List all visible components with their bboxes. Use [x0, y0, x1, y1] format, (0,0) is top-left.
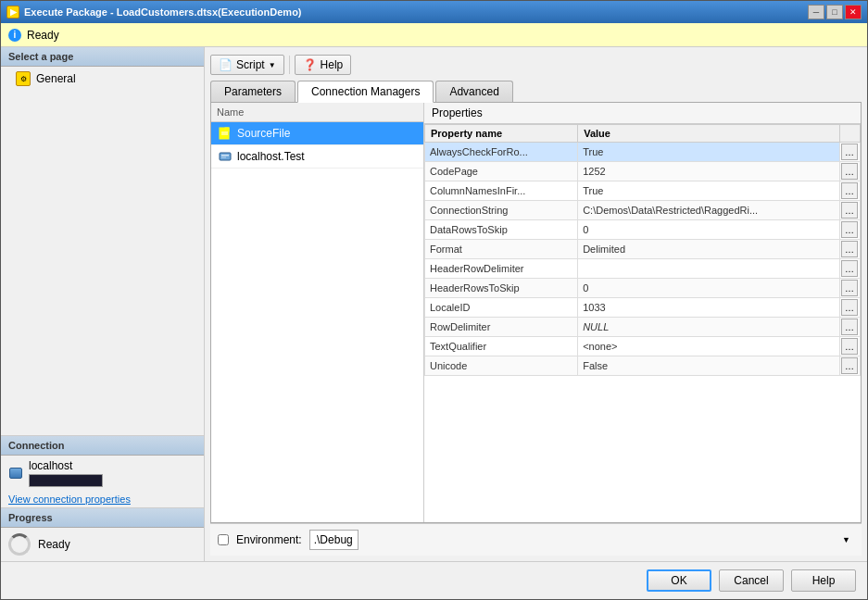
prop-ellipsis-button[interactable]: … [841, 260, 858, 277]
general-icon: ⚙ [16, 71, 31, 86]
prop-value: C:\Demos\Data\Restricted\RaggedRi... [578, 201, 840, 220]
conn-item-localhost-label: localhost.Test [237, 150, 305, 163]
left-panel: Select a page ⚙ General Connection local… [1, 47, 205, 561]
environment-checkbox[interactable] [218, 534, 229, 545]
conn-list-header: Name [211, 103, 423, 122]
script-button[interactable]: 📄 Script ▼ [210, 55, 284, 75]
table-row: TextQualifier<none>… [425, 337, 861, 356]
table-row: FormatDelimited… [425, 240, 861, 259]
table-row: CodePage1252… [425, 162, 861, 181]
table-row: DataRowsToSkip0… [425, 220, 861, 240]
connection-header: Connection [1, 436, 204, 456]
col-action [840, 125, 861, 143]
prop-ellipsis-button[interactable]: … [841, 280, 858, 296]
prop-ellipsis-button[interactable]: … [841, 144, 858, 160]
prop-name: Unicode [425, 356, 578, 376]
status-bar: i Ready [1, 23, 867, 47]
general-label: General [36, 72, 76, 85]
connection-managers-list: Name SourceFile [211, 103, 424, 522]
prop-ellipsis-button[interactable]: … [841, 163, 858, 180]
prop-ellipsis-button[interactable]: … [841, 299, 858, 316]
status-text: Ready [27, 29, 59, 42]
prop-name: CodePage [425, 162, 578, 181]
prop-ellipsis-button[interactable]: … [841, 338, 858, 355]
tab-parameters[interactable]: Parameters [210, 81, 296, 102]
tab-connection-managers[interactable]: Connection Managers [297, 81, 434, 103]
toolbar: 📄 Script ▼ ❓ Help [210, 53, 862, 81]
button-bar: OK Cancel Help [1, 561, 867, 599]
prop-ellipsis-button[interactable]: … [841, 221, 858, 238]
properties-header: Properties [424, 103, 861, 124]
right-panel: 📄 Script ▼ ❓ Help Parameters Connection … [205, 47, 867, 561]
prop-name: ConnectionString [425, 201, 578, 220]
prop-value: Delimited [578, 240, 840, 259]
prop-ellipsis-button[interactable]: … [841, 241, 858, 257]
help-dialog-button[interactable]: Help [791, 569, 856, 592]
ok-button[interactable]: OK [647, 569, 711, 592]
maximize-button[interactable]: □ [826, 5, 843, 19]
table-row: UnicodeFalse… [425, 356, 861, 376]
prop-value: 0 [578, 220, 840, 240]
env-dropdown-arrow: ▼ [842, 535, 850, 544]
prop-value: True [578, 143, 840, 162]
localhost-icon [219, 150, 232, 163]
properties-grid: Property name Value AlwaysCheckForRo...T… [424, 124, 861, 376]
script-icon: 📄 [219, 58, 233, 71]
conn-item-sourcefile[interactable]: SourceFile [211, 122, 423, 145]
table-row: ConnectionStringC:\Demos\Data\Restricted… [425, 201, 861, 220]
col-value: Value [578, 125, 840, 143]
prop-value [578, 259, 840, 279]
connection-item: localhost [1, 456, 204, 491]
prop-name: HeaderRowDelimiter [425, 259, 578, 279]
conn-item-localhost-test[interactable]: localhost.Test [211, 145, 423, 169]
prop-name: DataRowsToSkip [425, 220, 578, 240]
connection-section: Connection localhost View connection pro… [1, 435, 204, 507]
svg-rect-4 [220, 153, 231, 160]
environment-label: Environment: [236, 533, 302, 546]
prop-value: 1252 [578, 162, 840, 181]
titlebar-left: ▶ Execute Package - LoadCustomers.dtsx(E… [6, 6, 302, 19]
sidebar-item-general[interactable]: ⚙ General [1, 67, 204, 91]
window-title: Execute Package - LoadCustomers.dtsx(Exe… [24, 6, 302, 18]
main-window: ▶ Execute Package - LoadCustomers.dtsx(E… [0, 0, 868, 600]
prop-name: TextQualifier [425, 337, 578, 356]
prop-name: Format [425, 240, 578, 259]
svg-rect-1 [225, 128, 229, 131]
prop-ellipsis-button[interactable]: … [841, 202, 858, 219]
titlebar-controls: ─ □ ✕ [808, 5, 862, 19]
prop-value: <none> [578, 337, 840, 356]
view-connection-link[interactable]: View connection properties [1, 491, 204, 507]
prop-value: NULL [578, 318, 840, 337]
script-label: Script [236, 58, 265, 71]
cancel-button[interactable]: Cancel [719, 569, 784, 592]
toolbar-separator [289, 56, 290, 74]
progress-text: Ready [38, 538, 70, 551]
environment-dropdown[interactable]: .\Debug [309, 530, 359, 550]
environment-bar: Environment: .\Debug ▼ [210, 523, 862, 556]
conn-item-sourcefile-label: SourceFile [237, 127, 290, 140]
tabs-container: Parameters Connection Managers Advanced [210, 81, 862, 103]
help-icon: ❓ [303, 58, 317, 71]
close-button[interactable]: ✕ [845, 5, 862, 19]
prop-name: ColumnNamesInFir... [425, 181, 578, 201]
prop-ellipsis-button[interactable]: … [841, 319, 858, 335]
connection-password[interactable] [29, 474, 103, 487]
minimize-button[interactable]: ─ [808, 5, 824, 19]
app-icon: ▶ [6, 6, 19, 19]
prop-name: HeaderRowsToSkip [425, 279, 578, 298]
table-row: ColumnNamesInFir...True… [425, 181, 861, 201]
properties-table: Property name Value AlwaysCheckForRo...T… [424, 124, 861, 522]
tab-advanced[interactable]: Advanced [435, 81, 512, 102]
svg-rect-6 [221, 157, 226, 158]
titlebar: ▶ Execute Package - LoadCustomers.dtsx(E… [1, 1, 867, 23]
table-row: HeaderRowsToSkip0… [425, 279, 861, 298]
help-button[interactable]: ❓ Help [295, 55, 352, 75]
prop-ellipsis-button[interactable]: … [841, 357, 858, 374]
table-header-row: Property name Value [425, 125, 861, 143]
prop-value: 1033 [578, 298, 840, 318]
prop-name: AlwaysCheckForRo... [425, 143, 578, 162]
properties-panel: Properties Property name Value [424, 103, 861, 522]
script-dropdown-arrow: ▼ [269, 61, 276, 69]
info-icon: i [8, 29, 21, 42]
prop-ellipsis-button[interactable]: … [841, 182, 858, 199]
